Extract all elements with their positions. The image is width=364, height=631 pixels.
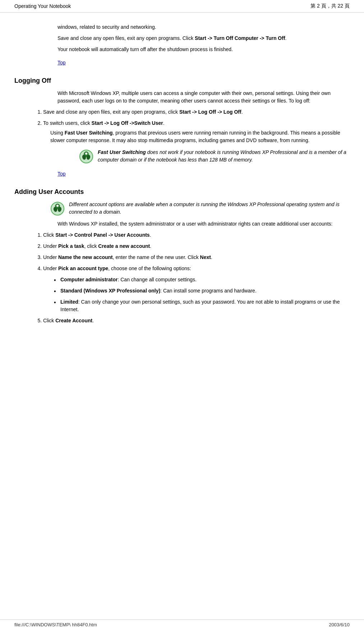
list2-item3-bold: Name the new account <box>58 254 113 260</box>
list-item: Save and close any open files, exit any … <box>43 108 350 116</box>
list2-item1-bold: Start -> Control Panel -> User Accounts <box>55 232 149 238</box>
limited-text: : Can only change your own personal sett… <box>60 299 340 312</box>
list1-item2-bold: Start -> Log Off ->Switch User <box>92 120 163 126</box>
list2-item1-before: Click <box>43 232 55 238</box>
list1-item1-bold: Start -> Log Off -> Log Off <box>179 109 241 115</box>
list2-item5-before: Click <box>43 318 55 323</box>
list2-item1-after: . <box>150 232 151 238</box>
fast-user-note-box: Fast User Switching does not work if you… <box>79 149 350 164</box>
adding-note-box: Different account options are available … <box>50 201 350 216</box>
list1-item2-before: To switch users, click <box>43 120 92 126</box>
account-type-list: Computer administrator: Can change all c… <box>54 276 350 313</box>
list2-item2-bold: Pick a task <box>58 243 84 249</box>
main-content: windows, related to security and network… <box>0 13 364 350</box>
list-item: Click Create Account. <box>43 317 350 324</box>
list2-item2-middle: , click <box>84 243 98 249</box>
fast-user-switching-text: Using Fast User Switching, programs that… <box>50 129 350 144</box>
limited-bold: Limited <box>60 299 78 305</box>
note-icon-2 <box>50 201 65 216</box>
list2-item2-after: . <box>150 243 151 249</box>
logging-off-list: Save and close any open files, exit any … <box>43 108 350 164</box>
footer-left: file:///C:\WINDOWS\TEMP\ hh84F0.htm <box>14 622 97 627</box>
list2-item4-before: Under <box>43 265 58 271</box>
list2-item3-bold2: Next <box>200 254 211 260</box>
intro-text: windows, related to security and network… <box>57 24 156 30</box>
list-item: Computer administrator: Can change all c… <box>54 276 350 283</box>
fast-user-note-bold: Fast User Switching <box>98 149 146 155</box>
list-item: To switch users, click Start -> Log Off … <box>43 119 350 164</box>
list2-item4-middle: , choose one of the following options: <box>108 265 191 271</box>
list2-item2-bold2: Create a new account <box>98 243 150 249</box>
adding-intro: With Windows XP installed, the system ad… <box>57 220 350 228</box>
save-close-paragraph: Save and close any open files, exit any … <box>57 35 350 42</box>
page-footer: file:///C:\WINDOWS\TEMP\ hh84F0.htm 2003… <box>0 619 364 627</box>
list-item: Limited: Can only change your own person… <box>54 298 350 313</box>
svg-point-9 <box>56 205 59 207</box>
svg-point-4 <box>85 153 87 155</box>
list1-item1-before: Save and close any open files, exit any … <box>43 109 179 115</box>
fast-user-switching-bold: Fast User Switching <box>65 130 113 136</box>
save-close-bold: Start -> Turn Off Computer -> Turn Off <box>195 35 285 41</box>
list-item: Under Pick an account type, choose one o… <box>43 265 350 313</box>
adding-note-text: Different account options are available … <box>69 201 350 216</box>
logging-off-intro: With Microsoft Windows XP, multiple user… <box>57 90 350 105</box>
top-link-2[interactable]: Top <box>57 171 66 177</box>
page-header: Operating Your Notebook 第 2 頁，共 22 頁 <box>0 0 364 13</box>
footer-right: 2003/6/10 <box>329 622 350 627</box>
adding-user-accounts-heading: Adding User Accounts <box>14 188 350 196</box>
header-left: Operating Your Notebook <box>14 3 71 9</box>
header-right: 第 2 頁，共 22 頁 <box>310 3 350 9</box>
list1-item2-after: . <box>163 120 165 126</box>
list2-item5-bold: Create Account <box>55 318 92 323</box>
standard-bold: Standard (Windows XP Professional only) <box>60 288 160 294</box>
save-close-end: . <box>285 35 287 41</box>
logging-off-heading: Logging Off <box>14 77 350 85</box>
list2-item3-after: . <box>211 254 212 260</box>
using-label: Using <box>50 130 65 136</box>
list-item: Under Pick a task, click Create a new ac… <box>43 242 350 250</box>
computer-admin-text: : Can change all computer settings. <box>118 277 196 282</box>
list-item: Standard (Windows XP Professional only):… <box>54 287 350 295</box>
standard-text: : Can install some programs and hardware… <box>160 288 257 294</box>
top-link-1[interactable]: Top <box>57 60 66 65</box>
list2-item3-before: Under <box>43 254 58 260</box>
auto-turn-off-text: Your notebook will automatically turn of… <box>57 46 233 52</box>
list-item: Under Name the new account, enter the na… <box>43 254 350 261</box>
list1-item1-after: . <box>241 109 243 115</box>
computer-admin-bold: Computer administrator <box>60 277 118 282</box>
note-icon <box>79 149 93 164</box>
list-item: Click Start -> Control Panel -> User Acc… <box>43 231 350 239</box>
list2-item5-after: . <box>92 318 94 323</box>
list2-item3-middle: , enter the name of the new user. Click <box>113 254 200 260</box>
list2-item2-before: Under <box>43 243 58 249</box>
fast-user-note-text: Fast User Switching does not work if you… <box>98 149 350 164</box>
save-close-text: Save and close any open files, exit any … <box>57 35 195 41</box>
adding-user-list: Click Start -> Control Panel -> User Acc… <box>43 231 350 324</box>
auto-turn-off-paragraph: Your notebook will automatically turn of… <box>57 46 350 53</box>
list2-item4-bold: Pick an account type <box>58 265 108 271</box>
intro-paragraph: windows, related to security and network… <box>57 23 350 31</box>
